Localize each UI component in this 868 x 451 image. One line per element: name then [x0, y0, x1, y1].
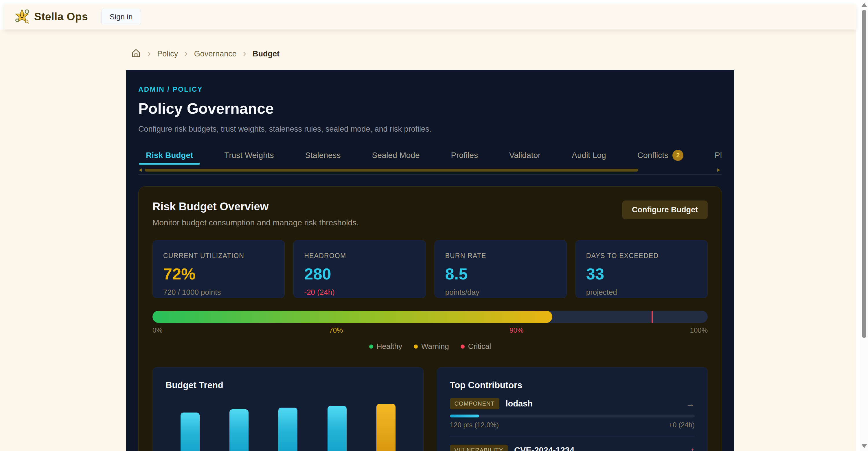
stat-sub: -20 (24h): [304, 288, 415, 297]
page-subtitle: Configure risk budgets, trust weights, s…: [138, 125, 722, 134]
tab-label: Risk Budget: [146, 151, 193, 160]
breadcrumb-policy[interactable]: Policy: [157, 50, 178, 58]
stat-value: 33: [586, 264, 697, 283]
stat-label: DAYS TO EXCEEDED: [586, 252, 697, 260]
stat-cards: CURRENT UTILIZATION 72% 720 / 1000 point…: [153, 240, 708, 298]
stella-ops-logo-icon: [14, 9, 30, 25]
legend-warning: Warning: [414, 342, 449, 351]
tab-trust-weights[interactable]: Trust Weights: [217, 151, 281, 160]
legend-critical: Critical: [461, 342, 491, 351]
trend-bar-current: [376, 404, 396, 451]
policy-governance-section: ADMIN / POLICY Policy Governance Configu…: [126, 70, 734, 451]
warning-dot-icon: [414, 345, 418, 349]
tab-label: Profiles: [451, 151, 478, 160]
legend-label: Warning: [421, 342, 449, 351]
home-icon[interactable]: [131, 48, 141, 60]
page-title: Policy Governance: [138, 100, 722, 117]
trend-bar: [229, 409, 249, 451]
scroll-left-arrow-icon[interactable]: [139, 168, 142, 172]
contributor-row-lodash[interactable]: COMPONENT lodash → 120 pts (12.0%) +0 (2…: [450, 398, 695, 437]
scroll-right-arrow-icon[interactable]: [717, 168, 720, 172]
brand-name: Stella Ops: [34, 11, 88, 23]
brand: Stella Ops: [14, 9, 88, 25]
stat-label: CURRENT UTILIZATION: [163, 252, 274, 260]
sign-in-button[interactable]: Sign in: [101, 9, 141, 25]
stat-sub: 720 / 1000 points: [163, 288, 274, 297]
utilization-progress-bar: [153, 311, 708, 323]
tabs-divider: [138, 174, 722, 175]
conflicts-count-badge: 2: [673, 150, 683, 161]
tab-sealed-mode[interactable]: Sealed Mode: [365, 151, 427, 160]
contributor-row-cve[interactable]: VULNERABILITY CVE-2024-1234 ↑ 95 pts (9.…: [450, 445, 695, 451]
scrollbar-thumb[interactable]: [862, 10, 866, 338]
tab-audit-log[interactable]: Audit Log: [564, 151, 613, 160]
top-contributors-title: Top Contributors: [450, 380, 695, 390]
contributor-name: CVE-2024-1234: [514, 446, 574, 451]
chevron-right-icon: ›: [184, 48, 187, 58]
stat-value: 8.5: [445, 264, 556, 283]
tab-label: Staleness: [305, 151, 341, 160]
legend-healthy: Healthy: [369, 342, 402, 351]
stat-label: HEADROOM: [304, 252, 415, 260]
trend-bar: [328, 406, 347, 451]
breadcrumb-budget: Budget: [253, 50, 279, 58]
tab-bar: Risk Budget Trust Weights Staleness Seal…: [138, 149, 722, 162]
top-contributors-panel: Top Contributors COMPONENT lodash →: [437, 367, 708, 451]
stat-sub: projected: [586, 288, 697, 297]
chevron-right-icon: ›: [148, 48, 151, 58]
trend-bar: [278, 408, 298, 451]
tab-label: Sealed Mode: [372, 151, 420, 160]
configure-budget-button[interactable]: Configure Budget: [622, 200, 708, 219]
tabs-scrollbar-thumb[interactable]: [145, 169, 638, 171]
trend-flat-arrow-icon: →: [686, 399, 695, 409]
scale-70: 70%: [329, 326, 343, 334]
critical-threshold-marker: [652, 311, 653, 323]
stat-value: 72%: [163, 264, 274, 283]
type-chip: COMPONENT: [450, 398, 499, 409]
overview-subtitle: Monitor budget consumption and manage ri…: [153, 218, 359, 227]
status-legend: Healthy Warning Critical: [153, 342, 708, 351]
healthy-dot-icon: [369, 345, 373, 349]
chevron-right-icon: ›: [243, 48, 246, 58]
stat-current-utilization: CURRENT UTILIZATION 72% 720 / 1000 point…: [153, 240, 285, 298]
stat-burn-rate: BURN RATE 8.5 points/day: [435, 240, 567, 298]
stat-value: 280: [304, 264, 415, 283]
trend-up-arrow-icon: ↑: [690, 446, 695, 451]
budget-trend-panel: Budget Trend 12/1 12/8 12/15 12/22 12/29: [153, 367, 424, 451]
breadcrumb: › Policy › Governance › Budget: [131, 46, 279, 61]
tab-truncated[interactable]: Pl: [707, 151, 730, 160]
browser-vertical-scrollbar[interactable]: [860, 0, 868, 451]
tabs-horizontal-scrollbar[interactable]: [138, 168, 722, 172]
tab-label: Audit Log: [572, 151, 606, 160]
trend-bar: [181, 413, 199, 451]
tab-risk-budget[interactable]: Risk Budget: [138, 151, 200, 160]
tab-staleness[interactable]: Staleness: [298, 151, 348, 160]
tab-label: Validator: [509, 151, 540, 160]
scroll-down-arrow-icon[interactable]: [862, 444, 867, 448]
breadcrumb-governance[interactable]: Governance: [194, 50, 237, 58]
risk-budget-overview-card: Risk Budget Overview Monitor budget cons…: [138, 186, 722, 451]
tab-label: Conflicts: [638, 151, 669, 160]
section-eyebrow: ADMIN / POLICY: [138, 85, 722, 93]
budget-trend-title: Budget Trend: [165, 380, 410, 390]
legend-label: Critical: [468, 342, 491, 351]
tab-profiles[interactable]: Profiles: [443, 151, 486, 160]
contributor-delta: +0 (24h): [669, 421, 695, 429]
stat-label: BURN RATE: [445, 252, 556, 260]
utilization-fill: [153, 311, 552, 323]
contributor-progress-fill: [450, 415, 479, 417]
divider: [450, 437, 695, 437]
screen: Stella Ops Sign in › Policy › Governance…: [0, 0, 868, 451]
legend-label: Healthy: [377, 342, 402, 351]
critical-dot-icon: [461, 345, 465, 349]
utilization-scale: 0% 70% 90% 100%: [153, 326, 708, 334]
scroll-up-arrow-icon[interactable]: [862, 3, 867, 7]
scale-0: 0%: [153, 326, 163, 334]
overview-title: Risk Budget Overview: [153, 200, 359, 213]
scale-90: 90%: [509, 326, 523, 334]
tab-conflicts[interactable]: Conflicts 2: [630, 150, 691, 161]
tab-validator[interactable]: Validator: [502, 151, 548, 160]
scale-100: 100%: [690, 326, 708, 334]
budget-trend-chart: [165, 404, 410, 451]
tab-label: Trust Weights: [224, 151, 274, 160]
